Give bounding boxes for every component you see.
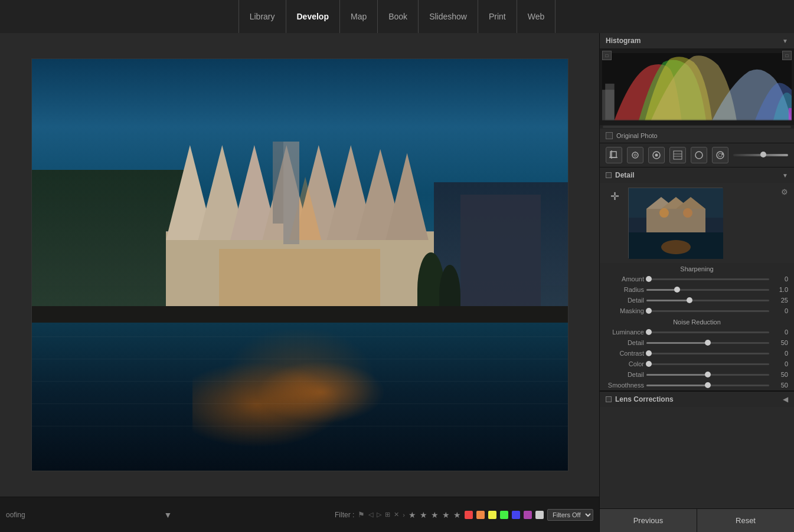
right-panel: Histogram ▼ □ □ [599,33,794,532]
lens-collapse-icon[interactable] [606,396,612,402]
sharpening-amount-value: 0 [772,275,788,283]
sharpening-masking-slider[interactable] [646,310,769,312]
histogram-clipping-highlights[interactable]: □ [782,51,792,60]
filter-bar: Filter : ⚑ ◁ ▷ ⊞ ✕ › ★ ★ ★ ★ ★ [335,509,593,521]
top-navigation: Library Develop Map Book Slideshow Print… [0,0,794,33]
reset-button[interactable]: Reset [697,508,794,532]
radial-filter-tool[interactable] [691,147,707,163]
tool-slider[interactable] [733,154,788,156]
nr-luminance-row: Luminance 0 [600,327,794,337]
sharpening-masking-value: 0 [772,307,788,314]
fish-church-area [166,154,434,327]
sharpening-amount-slider[interactable] [646,278,769,280]
histogram-container: □ □ [600,48,794,125]
redeye-tool[interactable] [648,147,665,163]
detail-preview-thumbnail [628,188,723,258]
panel-buttons: Previous Reset [600,508,794,532]
filter-icon-arrow2[interactable]: ▷ [377,511,381,518]
sharpening-title: Sharpening [600,263,794,274]
main-photo[interactable] [31,58,568,471]
expand-arrow[interactable]: ▼ [164,510,172,520]
svg-point-40 [659,208,669,218]
graduated-filter-tool[interactable] [669,147,686,163]
detail-filter-btn[interactable]: ⚙ [781,188,788,258]
chimney-2 [273,142,283,224]
nr-color-detail-row: Detail 50 [600,369,794,380]
sharpening-masking-label: Masking [606,307,644,314]
previous-button[interactable]: Previous [600,508,697,532]
star-2[interactable]: ★ [420,510,427,520]
crop-tool[interactable] [606,147,622,163]
filter-icon-grid[interactable]: ⊞ [385,511,390,518]
nr-luminance-slider[interactable] [646,331,769,333]
detail-collapse-icon[interactable] [606,172,612,178]
star-1[interactable]: ★ [409,510,416,520]
histogram-header[interactable]: Histogram ▼ [600,33,794,48]
detail-section: Detail ▼ ✛ [600,168,794,391]
adjustment-brush-tool[interactable] [712,147,728,163]
filter-icon-gt[interactable]: › [403,511,405,518]
star-4[interactable]: ★ [442,510,450,520]
histogram-toggle[interactable]: ▼ [782,38,788,44]
color-filter-blue[interactable] [512,511,520,519]
sharpening-detail-label: Detail [606,297,644,304]
nav-book[interactable]: Book [378,0,419,33]
nr-color-slider[interactable] [646,363,769,365]
nav-library[interactable]: Library [238,0,286,33]
tool-icons-row [600,143,794,168]
nr-color-value: 0 [772,360,788,367]
filter-icon-cross[interactable]: ✕ [394,511,399,518]
nr-luminance-label: Luminance [606,329,644,336]
detail-header[interactable]: Detail ▼ [600,168,794,183]
nr-contrast-slider[interactable] [646,353,769,354]
svg-point-43 [661,240,691,254]
lens-corrections-arrow[interactable]: ◀ [783,395,788,403]
color-filter-yellow[interactable] [488,511,496,519]
nav-print[interactable]: Print [478,0,517,33]
sharpening-detail-slider[interactable] [646,300,769,301]
star-3[interactable]: ★ [431,510,439,520]
color-filter-red[interactable] [465,511,473,519]
image-container[interactable] [0,33,599,497]
histogram-clipping-shadows[interactable]: □ [602,51,612,60]
svg-point-22 [632,152,638,158]
filters-dropdown[interactable]: Filters Off [547,509,593,521]
nr-smoothness-label: Smoothness [606,382,644,389]
nr-contrast-row: Contrast 0 [600,348,794,359]
nav-develop[interactable]: Develop [286,0,340,33]
nr-detail-slider[interactable] [646,342,769,344]
nr-smoothness-row: Smoothness 50 [600,380,794,390]
nr-detail-value: 50 [772,339,788,346]
detail-toggle[interactable]: ▼ [782,172,788,179]
spot-heal-tool[interactable] [627,147,643,163]
histogram-toolbar: □ □ [602,51,792,60]
sharpening-radius-slider[interactable] [646,289,769,291]
lens-corrections-header[interactable]: Lens Corrections ◀ [600,391,794,407]
color-filter-gray[interactable] [535,511,544,519]
nav-web[interactable]: Web [517,0,556,33]
sharpening-amount-row: Amount 0 [600,274,794,284]
nr-color-detail-slider[interactable] [646,374,769,376]
nav-map[interactable]: Map [340,0,378,33]
sharpening-radius-row: Radius 1.0 [600,284,794,295]
color-filter-orange[interactable] [476,511,485,519]
water-area [32,314,568,471]
star-5[interactable]: ★ [453,510,461,520]
color-filter-green[interactable] [500,511,508,519]
nr-smoothness-slider[interactable] [646,385,769,386]
filter-icon-flag[interactable]: ⚑ [358,510,365,519]
histogram-chart [602,51,792,123]
filter-icon-arrow1[interactable]: ◁ [368,511,373,518]
svg-point-26 [655,154,658,157]
original-photo-checkbox[interactable] [606,132,613,139]
church-peaks [166,145,434,240]
filter-label: Filter : [335,511,354,519]
histogram-title: Histogram [606,37,641,45]
detail-title: Detail [615,171,635,179]
detail-crosshair[interactable]: ✛ [606,188,623,205]
color-filter-purple[interactable] [524,511,532,519]
nav-slideshow[interactable]: Slideshow [419,0,478,33]
bottom-bar: oofing ▼ Filter : ⚑ ◁ ▷ ⊞ ✕ › ★ ★ ★ ★ ★ [0,497,599,532]
sharpening-detail-value: 25 [772,297,788,304]
nr-luminance-value: 0 [772,329,788,336]
